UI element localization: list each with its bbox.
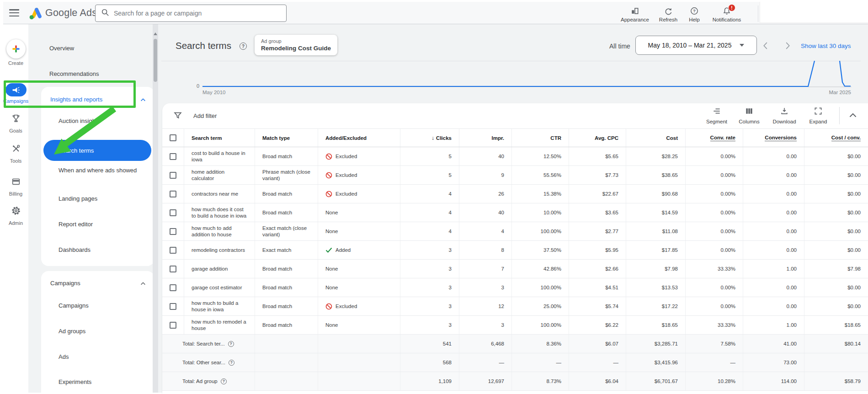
row-checkbox[interactable]	[170, 284, 176, 291]
columns-button[interactable]: Columns	[731, 106, 767, 124]
filter-funnel-icon[interactable]	[173, 111, 183, 122]
table-row: garage additionBroad matchNone3742.86%$2…	[162, 260, 868, 278]
search-input[interactable]	[114, 10, 281, 17]
cell-cost_conv: $0.00	[804, 222, 868, 240]
rail-item-create[interactable]: Create	[3, 39, 28, 66]
total-label: Total: Other sear...	[182, 359, 225, 366]
add-filter-button[interactable]: Add filter	[193, 112, 217, 119]
rail-item-tools[interactable]: Tools	[3, 144, 28, 164]
chevron-up-icon[interactable]	[140, 96, 146, 104]
row-checkbox[interactable]	[170, 172, 176, 179]
sidebar-item-report-editor[interactable]: Report editor	[59, 220, 141, 229]
column-header-status[interactable]: Added/Excluded	[318, 129, 400, 147]
title-help-icon[interactable]: ?	[240, 43, 247, 50]
rail-item-admin[interactable]: Admin	[3, 206, 28, 226]
account-info-redacted	[760, 2, 868, 23]
sidebar-item-overview[interactable]: Overview	[49, 45, 74, 52]
cell-ctr: 55.56%	[512, 166, 569, 184]
column-header-conv_rate[interactable]: Conv. rate	[686, 129, 743, 147]
total-help-icon[interactable]: ?	[221, 378, 227, 384]
table-row: contractors near meBroad matchExcluded42…	[162, 185, 868, 203]
show-last-30-days-link[interactable]: Show last 30 days	[801, 43, 851, 49]
refresh-button[interactable]: Refresh	[654, 4, 683, 22]
sidebar-item-campaigns[interactable]: Campaigns	[59, 301, 141, 310]
row-checkbox[interactable]	[170, 303, 176, 310]
column-header-impr[interactable]: Impr.	[459, 129, 512, 147]
gear-icon	[11, 206, 21, 218]
row-checkbox[interactable]	[170, 247, 176, 254]
rail-item-billing[interactable]: Billing	[3, 176, 28, 197]
cell-search-term: home addition calculator	[184, 166, 255, 184]
column-header-ctr[interactable]: CTR	[512, 129, 569, 147]
total-help-icon[interactable]: ?	[228, 341, 234, 347]
column-header-label: Added/Excluded	[325, 135, 367, 141]
column-header-label: CTR	[550, 135, 561, 141]
cell-cost_conv: $80.14	[804, 335, 868, 353]
segment-button[interactable]: Segment	[702, 106, 731, 124]
cell-conv_rate: 7.58%	[686, 335, 743, 353]
column-header-cost[interactable]: Cost	[626, 129, 686, 147]
cell-cpc: $6.22	[569, 316, 626, 334]
total-help-icon[interactable]: ?	[229, 360, 234, 366]
sidebar-item-ads[interactable]: Ads	[59, 352, 141, 361]
status-label: None	[325, 322, 338, 328]
row-checkbox[interactable]	[170, 153, 176, 160]
cell-empty	[255, 372, 318, 390]
scroll-up-arrow-icon[interactable]	[154, 32, 157, 35]
sidebar-item-landing-pages[interactable]: Landing pages	[59, 194, 141, 203]
select-all-checkbox[interactable]	[170, 134, 176, 141]
cell-ctr: 42.86%	[512, 260, 569, 278]
row-checkbox[interactable]	[170, 209, 176, 216]
sidebar-item-recommendations[interactable]: Recommendations	[49, 70, 99, 77]
sidenav-scrollbar[interactable]	[153, 24, 158, 393]
hamburger-menu-icon[interactable]	[9, 9, 19, 17]
total-label: Total: Ad group	[182, 378, 218, 384]
rail-item-goals[interactable]: Goals	[3, 113, 28, 133]
column-header-cost_conv[interactable]: Cost / conv.	[804, 129, 868, 147]
cell-ctr: —	[512, 353, 569, 372]
topbar-actions: Appearance Refresh ? Help	[616, 4, 748, 22]
total-label-cell: Total: Ad group?	[162, 372, 255, 390]
cell-clicks: 3	[400, 278, 459, 297]
x-axis-last-label: Mar 2025	[817, 90, 851, 95]
column-header-label: Conversions	[765, 135, 797, 141]
previous-range-button[interactable]	[761, 41, 771, 51]
column-header-term[interactable]: Search term	[184, 129, 255, 147]
global-search[interactable]	[95, 5, 287, 22]
sidebar-item-ad-groups[interactable]: Ad groups	[59, 327, 141, 335]
sidebar-item-when-and-where-ads-showed[interactable]: When and where ads showed	[59, 166, 141, 175]
notifications-button[interactable]: ! Notifications	[706, 4, 748, 22]
topbar-divider	[758, 5, 758, 22]
row-checkbox[interactable]	[170, 266, 176, 272]
row-checkbox[interactable]	[170, 228, 176, 235]
cell-cost_conv: $0.00	[804, 166, 868, 184]
cell-cost: $7.98	[626, 260, 686, 278]
column-header-cpc[interactable]: Avg. CPC	[569, 129, 626, 147]
sidebar-item-experiments[interactable]: Experiments	[59, 378, 141, 386]
download-button[interactable]: Download	[767, 106, 802, 124]
expand-button[interactable]: Expand	[802, 106, 835, 124]
cell-conversions: 0.00	[743, 241, 804, 259]
table-header-row: Search termMatch typeAdded/Excluded↓Clic…	[162, 128, 868, 147]
row-checkbox[interactable]	[170, 191, 176, 197]
cell-added-excluded: None	[318, 316, 400, 334]
svg-text:?: ?	[693, 9, 696, 13]
cell-cost_conv: $0.00	[804, 185, 868, 203]
column-header-conversions[interactable]: Conversions	[743, 129, 804, 147]
collapse-table-chevron-icon[interactable]	[847, 111, 858, 122]
date-range-picker[interactable]: May 18, 2010 – Mar 21, 2025	[635, 36, 757, 55]
sidebar-item-dashboards[interactable]: Dashboards	[59, 245, 141, 254]
cell-empty	[318, 353, 400, 372]
appearance-button[interactable]: Appearance	[616, 4, 654, 22]
tools-icon	[11, 144, 21, 155]
scrollbar-thumb[interactable]	[154, 39, 157, 82]
chevron-up-icon[interactable]	[140, 280, 146, 288]
row-checkbox[interactable]	[170, 322, 176, 329]
cell-cpc: $2.77	[569, 222, 626, 240]
next-range-button[interactable]	[783, 41, 793, 51]
nav-group-campaigns[interactable]: Campaigns	[50, 280, 80, 287]
help-button[interactable]: ? Help	[683, 4, 706, 22]
appearance-icon	[630, 6, 639, 16]
column-header-clicks[interactable]: ↓Clicks	[400, 129, 459, 147]
column-header-match[interactable]: Match type	[255, 129, 318, 147]
